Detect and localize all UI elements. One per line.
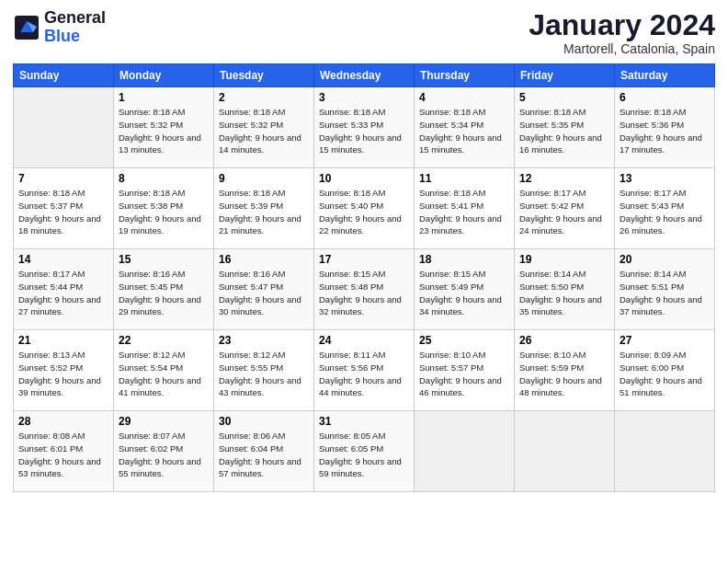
day-cell: 30Sunrise: 8:06 AMSunset: 6:04 PMDayligh… — [214, 411, 314, 492]
day-cell: 17Sunrise: 8:15 AMSunset: 5:48 PMDayligh… — [314, 249, 415, 330]
day-cell: 13Sunrise: 8:17 AMSunset: 5:43 PMDayligh… — [615, 168, 715, 249]
day-info: Sunrise: 8:10 AMSunset: 5:57 PMDaylight:… — [419, 349, 509, 399]
day-cell: 29Sunrise: 8:07 AMSunset: 6:02 PMDayligh… — [114, 411, 214, 492]
day-number: 31 — [319, 415, 409, 428]
day-number: 20 — [620, 253, 710, 266]
day-info: Sunrise: 8:14 AMSunset: 5:51 PMDaylight:… — [620, 268, 710, 318]
day-info: Sunrise: 8:13 AMSunset: 5:52 PMDaylight:… — [18, 349, 108, 399]
day-number: 26 — [519, 334, 609, 347]
day-info: Sunrise: 8:06 AMSunset: 6:04 PMDaylight:… — [219, 430, 309, 480]
day-number: 2 — [219, 91, 309, 104]
week-row-5: 28Sunrise: 8:08 AMSunset: 6:01 PMDayligh… — [14, 411, 715, 492]
location: Martorell, Catalonia, Spain — [529, 41, 715, 56]
day-number: 28 — [18, 415, 108, 428]
day-number: 27 — [620, 334, 710, 347]
day-number: 25 — [419, 334, 509, 347]
day-cell — [415, 411, 515, 492]
week-row-1: 1Sunrise: 8:18 AMSunset: 5:32 PMDaylight… — [14, 87, 715, 168]
weekday-header-wednesday: Wednesday — [314, 64, 415, 87]
day-cell: 22Sunrise: 8:12 AMSunset: 5:54 PMDayligh… — [114, 330, 214, 411]
day-number: 14 — [18, 253, 108, 266]
day-cell: 9Sunrise: 8:18 AMSunset: 5:39 PMDaylight… — [214, 168, 314, 249]
day-info: Sunrise: 8:15 AMSunset: 5:48 PMDaylight:… — [319, 268, 409, 318]
week-row-3: 14Sunrise: 8:17 AMSunset: 5:44 PMDayligh… — [14, 249, 715, 330]
day-number: 24 — [319, 334, 409, 347]
day-number: 6 — [620, 91, 710, 104]
day-number: 3 — [319, 91, 409, 104]
day-number: 15 — [119, 253, 209, 266]
day-number: 29 — [119, 415, 209, 428]
day-cell: 24Sunrise: 8:11 AMSunset: 5:56 PMDayligh… — [314, 330, 415, 411]
day-info: Sunrise: 8:16 AMSunset: 5:47 PMDaylight:… — [219, 268, 309, 318]
day-number: 8 — [119, 172, 209, 185]
day-number: 4 — [419, 91, 509, 104]
day-info: Sunrise: 8:18 AMSunset: 5:41 PMDaylight:… — [419, 187, 509, 237]
day-info: Sunrise: 8:07 AMSunset: 6:02 PMDaylight:… — [119, 430, 209, 480]
day-cell — [615, 411, 715, 492]
month-title: January 2024 — [529, 9, 715, 41]
day-number: 11 — [419, 172, 509, 185]
day-number: 19 — [519, 253, 609, 266]
day-info: Sunrise: 8:17 AMSunset: 5:44 PMDaylight:… — [18, 268, 108, 318]
header: General Blue January 2024 Martorell, Cat… — [13, 9, 715, 56]
day-number: 7 — [18, 172, 108, 185]
day-info: Sunrise: 8:17 AMSunset: 5:42 PMDaylight:… — [519, 187, 609, 237]
day-cell: 4Sunrise: 8:18 AMSunset: 5:34 PMDaylight… — [415, 87, 515, 168]
day-number: 5 — [519, 91, 609, 104]
day-cell: 25Sunrise: 8:10 AMSunset: 5:57 PMDayligh… — [415, 330, 515, 411]
day-cell: 19Sunrise: 8:14 AMSunset: 5:50 PMDayligh… — [515, 249, 615, 330]
day-info: Sunrise: 8:18 AMSunset: 5:32 PMDaylight:… — [219, 106, 309, 156]
day-info: Sunrise: 8:15 AMSunset: 5:49 PMDaylight:… — [419, 268, 509, 318]
day-cell: 26Sunrise: 8:10 AMSunset: 5:59 PMDayligh… — [515, 330, 615, 411]
day-cell — [14, 87, 114, 168]
day-number: 16 — [219, 253, 309, 266]
day-cell: 7Sunrise: 8:18 AMSunset: 5:37 PMDaylight… — [14, 168, 114, 249]
day-cell: 21Sunrise: 8:13 AMSunset: 5:52 PMDayligh… — [14, 330, 114, 411]
day-cell: 2Sunrise: 8:18 AMSunset: 5:32 PMDaylight… — [214, 87, 314, 168]
calendar-page: General Blue January 2024 Martorell, Cat… — [0, 0, 728, 563]
day-cell: 14Sunrise: 8:17 AMSunset: 5:44 PMDayligh… — [14, 249, 114, 330]
logo-general: General — [44, 9, 106, 28]
weekday-header-sunday: Sunday — [14, 64, 114, 87]
day-info: Sunrise: 8:08 AMSunset: 6:01 PMDaylight:… — [18, 430, 108, 480]
day-info: Sunrise: 8:18 AMSunset: 5:33 PMDaylight:… — [319, 106, 409, 156]
day-info: Sunrise: 8:18 AMSunset: 5:40 PMDaylight:… — [319, 187, 409, 237]
day-cell: 10Sunrise: 8:18 AMSunset: 5:40 PMDayligh… — [314, 168, 415, 249]
day-cell: 5Sunrise: 8:18 AMSunset: 5:35 PMDaylight… — [515, 87, 615, 168]
logo-blue: Blue — [44, 28, 106, 46]
weekday-header-thursday: Thursday — [415, 64, 515, 87]
day-cell: 15Sunrise: 8:16 AMSunset: 5:45 PMDayligh… — [114, 249, 214, 330]
day-cell: 1Sunrise: 8:18 AMSunset: 5:32 PMDaylight… — [114, 87, 214, 168]
day-info: Sunrise: 8:18 AMSunset: 5:36 PMDaylight:… — [620, 106, 710, 156]
day-cell: 12Sunrise: 8:17 AMSunset: 5:42 PMDayligh… — [515, 168, 615, 249]
day-info: Sunrise: 8:18 AMSunset: 5:35 PMDaylight:… — [519, 106, 609, 156]
day-cell: 18Sunrise: 8:15 AMSunset: 5:49 PMDayligh… — [415, 249, 515, 330]
day-number: 10 — [319, 172, 409, 185]
day-info: Sunrise: 8:18 AMSunset: 5:34 PMDaylight:… — [419, 106, 509, 156]
day-info: Sunrise: 8:10 AMSunset: 5:59 PMDaylight:… — [519, 349, 609, 399]
logo-icon — [13, 14, 40, 41]
day-number: 30 — [219, 415, 309, 428]
day-number: 13 — [620, 172, 710, 185]
day-number: 9 — [219, 172, 309, 185]
day-info: Sunrise: 8:18 AMSunset: 5:37 PMDaylight:… — [18, 187, 108, 237]
calendar-table: SundayMondayTuesdayWednesdayThursdayFrid… — [13, 63, 715, 492]
day-number: 18 — [419, 253, 509, 266]
day-cell: 16Sunrise: 8:16 AMSunset: 5:47 PMDayligh… — [214, 249, 314, 330]
day-number: 21 — [18, 334, 108, 347]
weekday-header-tuesday: Tuesday — [214, 64, 314, 87]
weekday-header-row: SundayMondayTuesdayWednesdayThursdayFrid… — [14, 64, 715, 87]
day-cell: 27Sunrise: 8:09 AMSunset: 6:00 PMDayligh… — [615, 330, 715, 411]
day-info: Sunrise: 8:05 AMSunset: 6:05 PMDaylight:… — [319, 430, 409, 480]
day-info: Sunrise: 8:18 AMSunset: 5:39 PMDaylight:… — [219, 187, 309, 237]
day-number: 1 — [119, 91, 209, 104]
day-info: Sunrise: 8:17 AMSunset: 5:43 PMDaylight:… — [620, 187, 710, 237]
day-number: 22 — [119, 334, 209, 347]
logo-text: General Blue — [44, 9, 106, 46]
day-cell — [515, 411, 615, 492]
day-info: Sunrise: 8:16 AMSunset: 5:45 PMDaylight:… — [119, 268, 209, 318]
day-cell: 6Sunrise: 8:18 AMSunset: 5:36 PMDaylight… — [615, 87, 715, 168]
day-cell: 31Sunrise: 8:05 AMSunset: 6:05 PMDayligh… — [314, 411, 415, 492]
day-info: Sunrise: 8:18 AMSunset: 5:38 PMDaylight:… — [119, 187, 209, 237]
day-number: 23 — [219, 334, 309, 347]
